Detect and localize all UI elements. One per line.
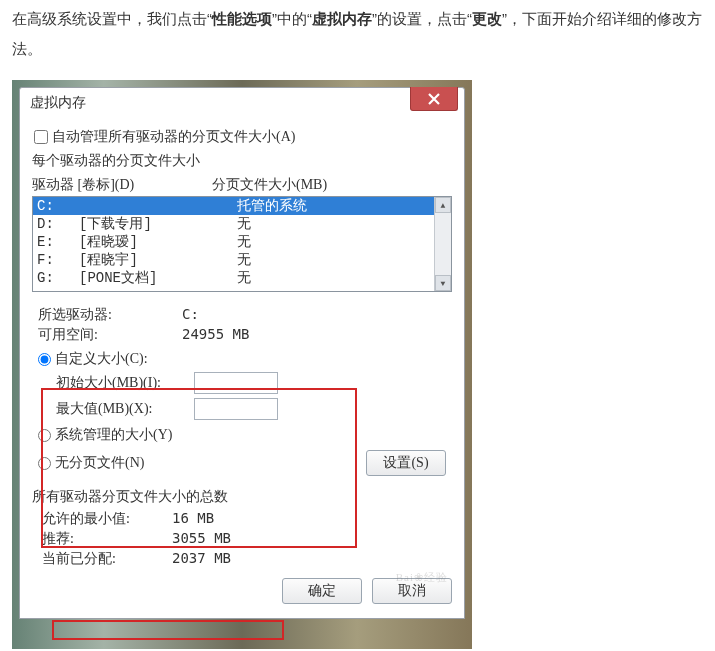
close-button[interactable] [410,87,458,111]
drive-row[interactable]: D: [下载专用] 无 [33,215,434,233]
bold-text: 更改 [472,10,502,27]
max-size-input[interactable] [194,398,278,420]
bold-text: 性能选项 [212,10,272,27]
totals-section: 所有驱动器分页文件大小的总数 允许的最小值: 16 MB 推荐: 3055 MB… [32,488,452,568]
drive-label: C: [37,197,237,215]
text: ”中的“ [272,10,312,27]
col-drive-header: 驱动器 [卷标](D) [32,176,212,194]
desktop-background: 虚拟内存 自动管理所有驱动器的分页文件大小(A) 每个驱动器的分页文件大小 驱动… [12,80,472,649]
selected-drive-label: 所选驱动器: [38,306,182,324]
max-size-label: 最大值(MB)(X): [56,400,194,418]
bold-text: 虚拟内存 [312,10,372,27]
drive-value: 无 [237,233,251,251]
totals-title: 所有驱动器分页文件大小的总数 [32,488,452,506]
no-paging-radio[interactable] [38,457,51,470]
system-managed-radio[interactable] [38,429,51,442]
selected-drive-value: C: [182,306,199,324]
article-paragraph: 在高级系统设置中，我们点击“性能选项”中的“虚拟内存”的设置，点击“更改”，下面… [0,0,715,80]
dialog-title: 虚拟内存 [30,94,86,112]
dialog-titlebar: 虚拟内存 [20,88,464,122]
auto-manage-checkbox[interactable] [34,130,48,144]
current-value: 2037 MB [172,550,231,568]
system-managed-label: 系统管理的大小(Y) [55,426,172,444]
drive-value: 托管的系统 [237,197,307,215]
initial-size-input[interactable] [194,372,278,394]
initial-size-label: 初始大小(MB)(I): [56,374,194,392]
drive-label: F: [程晓宇] [37,251,237,269]
scroll-down-button[interactable]: ▼ [435,275,451,291]
scroll-up-button[interactable]: ▲ [435,197,451,213]
col-page-header: 分页文件大小(MB) [212,176,327,194]
no-paging-label: 无分页文件(N) [55,454,144,472]
drive-value: 无 [237,251,251,269]
drive-row[interactable]: G: [PONE文档] 无 [33,269,434,287]
text: ”的设置，点击“ [372,10,472,27]
drive-value: 无 [237,215,251,233]
current-label: 当前已分配: [42,550,172,568]
drive-list[interactable]: C: 托管的系统 D: [下载专用] 无 E: [程晓瑷] 无 F: [32,196,452,292]
annotation-highlight [52,620,284,640]
dialog-body: 自动管理所有驱动器的分页文件大小(A) 每个驱动器的分页文件大小 驱动器 [卷标… [20,122,464,618]
drive-row[interactable]: F: [程晓宇] 无 [33,251,434,269]
drive-group-title: 每个驱动器的分页文件大小 [32,152,452,170]
ok-button[interactable]: 确定 [282,578,362,604]
cancel-button[interactable]: 取消 [372,578,452,604]
free-space-label: 可用空间: [38,326,182,344]
drive-label: D: [下载专用] [37,215,237,233]
custom-size-radio[interactable] [38,353,51,366]
free-space-value: 24955 MB [182,326,249,344]
drive-value: 无 [237,269,251,287]
scrollbar[interactable]: ▲ ▼ [434,197,451,291]
min-label: 允许的最小值: [42,510,172,528]
drive-label: E: [程晓瑷] [37,233,237,251]
min-value: 16 MB [172,510,214,528]
auto-manage-label: 自动管理所有驱动器的分页文件大小(A) [52,128,295,146]
recommended-value: 3055 MB [172,530,231,548]
column-headers: 驱动器 [卷标](D) 分页文件大小(MB) [32,176,452,194]
dialog-footer: Bai❀经验 确定 取消 [32,568,452,604]
custom-size-label: 自定义大小(C): [55,350,148,368]
close-icon [427,92,441,106]
recommended-label: 推荐: [42,530,172,548]
drive-row[interactable]: C: 托管的系统 [33,197,434,215]
virtual-memory-dialog: 虚拟内存 自动管理所有驱动器的分页文件大小(A) 每个驱动器的分页文件大小 驱动… [19,87,465,619]
set-button[interactable]: 设置(S) [366,450,446,476]
drive-label: G: [PONE文档] [37,269,237,287]
text: 在高级系统设置中，我们点击“ [12,10,212,27]
drive-row[interactable]: E: [程晓瑷] 无 [33,233,434,251]
drive-page-size-group: 每个驱动器的分页文件大小 驱动器 [卷标](D) 分页文件大小(MB) C: 托… [32,152,452,480]
